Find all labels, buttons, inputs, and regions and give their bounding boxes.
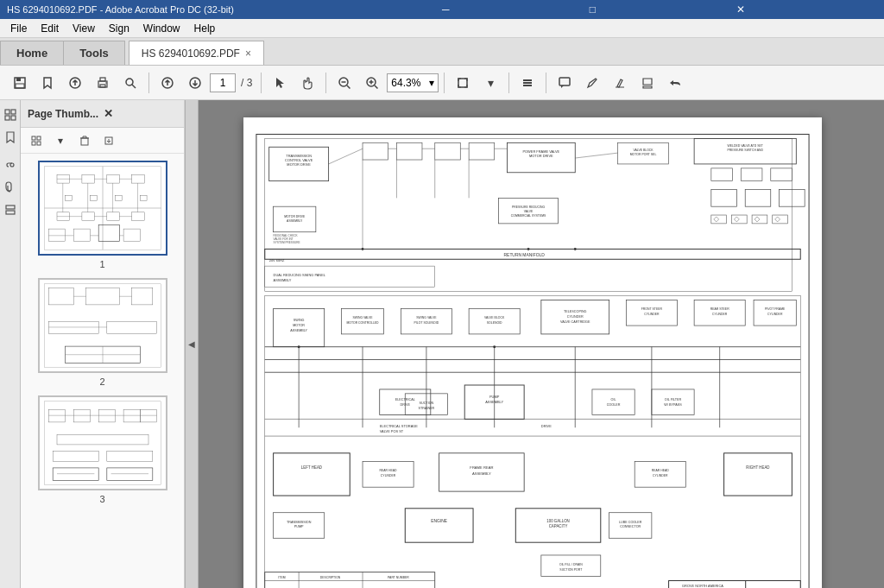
svg-text:STRAINER: STRAINER	[418, 407, 434, 410]
svg-text:OIL: OIL	[611, 398, 616, 401]
svg-rect-28	[11, 116, 16, 120]
minimize-btn[interactable]: ─	[442, 3, 583, 16]
sidebar-icon-layers[interactable]	[1, 200, 20, 219]
scroll-mode-button[interactable]	[515, 71, 540, 95]
svg-text:100 GALLON: 100 GALLON	[546, 519, 570, 523]
svg-rect-20	[523, 79, 532, 81]
svg-rect-21	[523, 82, 532, 84]
svg-rect-100	[252, 130, 813, 588]
svg-text:DRIVE: DRIVE	[541, 424, 552, 428]
panel-collapse-button[interactable]: ◀	[185, 100, 199, 588]
svg-text:CYLINDER: CYLINDER	[653, 474, 668, 477]
menu-sign[interactable]: Sign	[102, 21, 136, 36]
thumb-page-2[interactable]: 2	[28, 278, 177, 387]
svg-text:PILOT SOLENOID: PILOT SOLENOID	[414, 321, 439, 325]
toolbar: / 3 64.3% ▾ ▾	[0, 66, 884, 100]
svg-text:ENGINE: ENGINE	[431, 519, 448, 523]
prev-page-button[interactable]	[155, 71, 180, 95]
separator-4	[444, 73, 445, 93]
sidebar-icon-bookmarks[interactable]	[1, 128, 20, 147]
svg-point-252	[298, 345, 300, 348]
zoom-in-button[interactable]	[359, 71, 385, 95]
pen-button[interactable]	[579, 71, 605, 95]
svg-text:CYLINDER: CYLINDER	[712, 313, 728, 316]
thumb-delete-button[interactable]	[74, 131, 95, 150]
fit-page-button[interactable]	[450, 71, 476, 95]
sidebar-icon-links[interactable]	[1, 155, 20, 174]
thumb-page-1[interactable]: 1	[28, 161, 177, 269]
svg-text:RETURN MANIFOLD: RETURN MANIFOLD	[504, 253, 546, 257]
svg-text:COMMERCIAL SYSTEMS: COMMERCIAL SYSTEMS	[511, 214, 546, 218]
svg-text:REAR STEER: REAR STEER	[710, 307, 729, 311]
select-tool-button[interactable]	[267, 71, 293, 95]
stamp-button[interactable]	[635, 71, 660, 95]
thumb-panel-close[interactable]: ✕	[104, 107, 113, 120]
thumb-page-3[interactable]: 3	[28, 395, 177, 504]
thumb-extract-button[interactable]	[98, 131, 119, 150]
hand-tool-button[interactable]	[294, 71, 320, 95]
svg-text:PUMP: PUMP	[489, 395, 500, 399]
svg-text:VALVE POS ST: VALVE POS ST	[380, 429, 404, 433]
svg-text:CYLINDER: CYLINDER	[381, 474, 396, 477]
save-button[interactable]	[7, 71, 33, 95]
tab-tools[interactable]: Tools	[63, 41, 125, 65]
svg-text:VALVE: VALVE	[524, 210, 534, 213]
svg-text:OIL FILL / DRAIN: OIL FILL / DRAIN	[559, 563, 583, 566]
svg-text:DUAL REDUCING SWING PANEL: DUAL REDUCING SWING PANEL	[274, 273, 326, 277]
title-bar: HS 6294010692.PDF - Adobe Acrobat Pro DC…	[0, 0, 884, 19]
menu-edit[interactable]: Edit	[34, 21, 66, 36]
menu-window[interactable]: Window	[136, 21, 187, 36]
svg-rect-6	[100, 85, 105, 87]
zoom-dropdown-icon: ▾	[429, 77, 434, 89]
thumb-img-2	[38, 278, 167, 373]
svg-text:ASSEMBLY: ASSEMBLY	[485, 400, 503, 404]
svg-text:CONNECTOR: CONNECTOR	[620, 525, 641, 528]
highlight-button[interactable]	[607, 71, 633, 95]
svg-text:WELDED VALVE ATD SET: WELDED VALVE ATD SET	[728, 144, 764, 148]
maximize-btn[interactable]: □	[590, 3, 730, 16]
close-btn[interactable]: ✕	[736, 3, 877, 16]
svg-text:CYLINDER: CYLINDER	[767, 313, 783, 316]
thumb-label-3: 3	[99, 494, 104, 504]
svg-rect-5	[100, 78, 105, 81]
bookmark-button[interactable]	[35, 71, 60, 95]
menu-help[interactable]: Help	[187, 21, 223, 36]
svg-text:MOTOR CONTROLLED: MOTOR CONTROLLED	[346, 321, 379, 325]
svg-rect-31	[32, 136, 35, 140]
svg-text:CYLINDER: CYLINDER	[644, 313, 660, 316]
tab-file[interactable]: HS 6294010692.PDF ×	[129, 41, 264, 65]
page-input[interactable]	[210, 73, 236, 92]
svg-text:MOTOR DRIVE: MOTOR DRIVE	[287, 162, 311, 167]
svg-text:24V 60HZ: 24V 60HZ	[269, 258, 285, 262]
svg-text:CYLINDER: CYLINDER	[567, 315, 584, 319]
thumb-view-dropdown-button[interactable]: ▾	[50, 131, 71, 150]
tab-close-icon[interactable]: ×	[245, 47, 251, 60]
fit-dropdown-button[interactable]: ▾	[477, 71, 503, 95]
sidebar-icon-thumbnails[interactable]	[1, 105, 20, 124]
zoom-display[interactable]: 64.3% ▾	[387, 73, 439, 92]
svg-rect-32	[37, 136, 41, 140]
svg-rect-27	[5, 116, 9, 120]
svg-text:TELESCOPING: TELESCOPING	[564, 310, 587, 313]
thumb-view-button[interactable]	[26, 131, 47, 150]
svg-text:MOTOR: MOTOR	[293, 324, 305, 327]
svg-text:VALVE BLOCK: VALVE BLOCK	[633, 149, 654, 152]
svg-rect-26	[11, 110, 16, 114]
svg-text:ELECTRICAL STORAGE: ELECTRICAL STORAGE	[380, 424, 419, 428]
pdf-viewer[interactable]: TRANSMISSION CONTROL VALVE MOTOR DRIVE P…	[199, 100, 867, 588]
menu-view[interactable]: View	[66, 21, 102, 36]
tab-home[interactable]: Home	[0, 41, 63, 65]
comment-button[interactable]	[552, 71, 578, 95]
upload-button[interactable]	[62, 71, 88, 95]
svg-point-7	[105, 82, 107, 84]
separator-6	[546, 73, 546, 93]
print-button[interactable]	[90, 71, 116, 95]
sidebar-icon-attachments[interactable]	[1, 178, 20, 197]
next-page-button[interactable]	[182, 71, 208, 95]
menu-file[interactable]: File	[3, 21, 34, 36]
share-button[interactable]	[662, 71, 688, 95]
separator-5	[508, 73, 509, 93]
page-count: / 3	[237, 77, 256, 89]
search-button[interactable]	[117, 71, 143, 95]
zoom-out-button[interactable]	[332, 71, 357, 95]
